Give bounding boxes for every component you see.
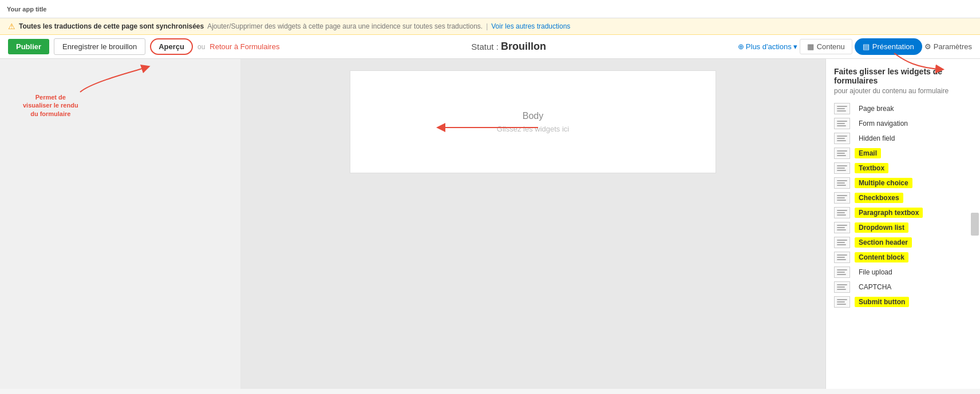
svg-rect-11 — [837, 155, 846, 156]
contenu-tab[interactable]: ▦ Contenu — [800, 39, 852, 54]
widget-item-hidden-field[interactable]: Hidden field — [834, 133, 972, 144]
status-label: Statut : — [471, 42, 499, 51]
main-layout: Permet devisualiser le rendudu formulair… — [0, 59, 980, 389]
presentation-label: Présentation — [872, 42, 914, 51]
toolbar-right: ⊕ Plus d'actions ▾ ▦ Contenu ▤ Présentat… — [738, 38, 972, 55]
svg-rect-18 — [837, 195, 847, 196]
widget-item-checkboxes[interactable]: Checkboxes — [834, 192, 972, 204]
publish-button[interactable]: Publier — [8, 39, 49, 54]
warning-icon: ⚠ — [8, 22, 15, 31]
status-area: Statut : Brouillon — [284, 41, 733, 53]
status-value: Brouillon — [501, 41, 546, 52]
save-draft-button[interactable]: Enregistrer le brouillon — [54, 38, 145, 55]
retour-button[interactable]: Retour à Formulaires — [210, 42, 279, 51]
widget-item-section-header[interactable]: Section header — [834, 237, 972, 248]
widget-label-textbox: Textbox — [855, 163, 888, 173]
svg-rect-31 — [837, 257, 845, 258]
svg-rect-32 — [837, 259, 846, 260]
svg-rect-13 — [837, 168, 845, 169]
widget-icon-checkboxes — [834, 192, 850, 204]
widget-item-dropdown-list[interactable]: Dropdown list — [834, 222, 972, 233]
svg-rect-29 — [837, 244, 846, 245]
svg-rect-0 — [837, 106, 847, 107]
svg-rect-15 — [837, 180, 847, 181]
widget-icon-captcha — [834, 281, 850, 293]
widget-item-paragraph-textbox[interactable]: Paragraph textbox — [834, 207, 972, 218]
widget-label-page-break: Page break — [855, 104, 898, 114]
svg-rect-24 — [837, 225, 847, 226]
svg-rect-12 — [837, 165, 847, 166]
widget-list: Page break Form navigation Hidden field … — [834, 103, 972, 308]
layout-icon: ▤ — [863, 42, 870, 51]
widget-icon-page-break — [834, 103, 850, 114]
parametres-tab[interactable]: ⚙ Paramètres — [924, 42, 972, 51]
svg-rect-41 — [837, 304, 846, 305]
widget-item-page-break[interactable]: Page break — [834, 103, 972, 114]
widget-label-form-navigation: Form navigation — [855, 118, 912, 129]
widget-item-submit-button[interactable]: Submit button — [834, 296, 972, 308]
warning-separator: | — [486, 22, 488, 30]
top-bar: Your app title — [0, 0, 980, 18]
widget-icon-form-navigation — [834, 118, 850, 129]
svg-rect-8 — [837, 140, 846, 141]
widget-label-captcha: CAPTCHA — [855, 282, 895, 292]
svg-rect-37 — [837, 286, 845, 288]
widget-item-form-navigation[interactable]: Form navigation — [834, 118, 972, 129]
warning-main-text: Toutes les traductions de cette page son… — [19, 22, 204, 30]
widget-icon-submit-button — [834, 296, 850, 308]
svg-rect-35 — [837, 274, 846, 275]
left-panel: Permet devisualiser le rendudu formulair… — [0, 59, 240, 389]
svg-rect-4 — [837, 123, 845, 124]
widget-label-paragraph-textbox: Paragraph textbox — [855, 208, 923, 218]
svg-rect-2 — [837, 110, 846, 112]
svg-rect-20 — [837, 200, 846, 201]
widget-label-submit-button: Submit button — [855, 297, 909, 307]
center-canvas: Body Glissez les widgets ici — [240, 59, 825, 389]
svg-rect-23 — [837, 214, 846, 216]
svg-rect-9 — [837, 150, 847, 152]
widget-item-multiple-choice[interactable]: Multiple choice — [834, 177, 972, 189]
widget-icon-hidden-field — [834, 133, 850, 144]
warning-link[interactable]: Voir les autres traductions — [491, 22, 570, 30]
widget-icon-content-block — [834, 252, 850, 263]
widget-label-section-header: Section header — [855, 237, 912, 248]
grid-icon: ▦ — [807, 42, 814, 51]
plus-actions-button[interactable]: ⊕ Plus d'actions ▾ — [738, 42, 797, 51]
widget-label-content-block: Content block — [855, 252, 908, 262]
form-body-title: Body — [523, 111, 543, 121]
svg-rect-6 — [837, 136, 847, 137]
widget-label-file-upload: File upload — [855, 267, 896, 277]
widget-item-content-block[interactable]: Content block — [834, 252, 972, 263]
svg-rect-39 — [837, 299, 847, 300]
form-body-hint: Glissez les widgets ici — [497, 125, 569, 133]
svg-rect-21 — [837, 210, 847, 211]
svg-rect-25 — [837, 227, 845, 228]
widget-icon-multiple-choice — [834, 177, 850, 189]
widget-icon-paragraph-textbox — [834, 207, 850, 218]
plus-actions-label: Plus d'actions — [746, 42, 792, 51]
apercu-button[interactable]: Aperçu — [150, 38, 193, 55]
warning-sub-text: Ajouter/Supprimer des widgets à cette pa… — [207, 22, 483, 30]
widget-item-textbox[interactable]: Textbox — [834, 162, 972, 174]
widget-icon-dropdown-list — [834, 222, 850, 233]
widget-icon-section-header — [834, 237, 850, 248]
svg-rect-34 — [837, 272, 845, 273]
right-sidebar: Onglet permettant de gérer le nombre dec… — [825, 59, 980, 389]
apercu-arrow-svg — [0, 59, 240, 389]
svg-rect-26 — [837, 229, 846, 230]
widget-item-file-upload[interactable]: File upload — [834, 266, 972, 278]
svg-rect-33 — [837, 269, 847, 270]
widget-label-multiple-choice: Multiple choice — [855, 178, 912, 188]
app-title: Your app title — [7, 6, 46, 13]
widget-item-email[interactable]: Email — [834, 148, 972, 159]
sidebar-scrollbar[interactable] — [971, 213, 979, 236]
chevron-down-icon: ▾ — [793, 42, 797, 51]
warning-bar: ⚠ Toutes les traductions de cette page s… — [0, 18, 980, 35]
widget-icon-textbox — [834, 162, 850, 174]
parametres-label: Paramètres — [934, 42, 972, 51]
svg-rect-28 — [837, 242, 845, 243]
svg-rect-22 — [837, 212, 845, 213]
widget-item-captcha[interactable]: CAPTCHA — [834, 281, 972, 293]
sidebar-subtitle: pour ajouter du contenu au formulaire — [834, 87, 972, 95]
presentation-tab[interactable]: ▤ Présentation — [855, 38, 922, 55]
